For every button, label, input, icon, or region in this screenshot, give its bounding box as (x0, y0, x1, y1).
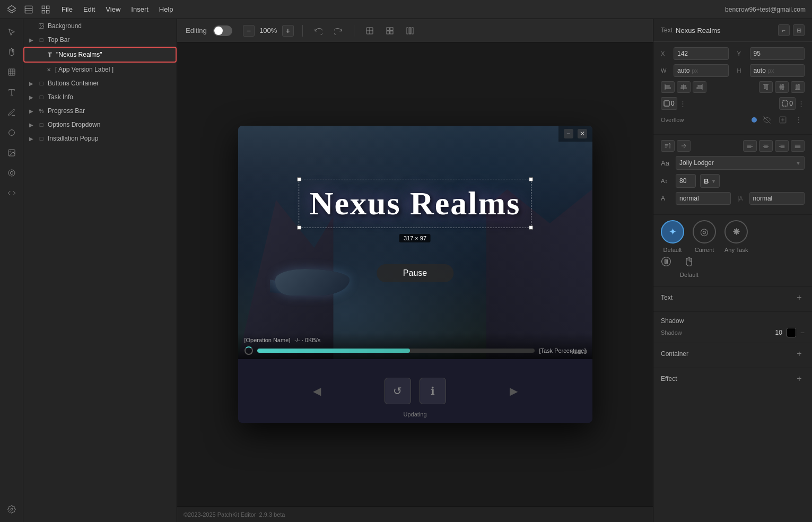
menu-help[interactable]: Help (159, 5, 173, 13)
align-center-h-btn[interactable] (677, 81, 691, 93)
close-button[interactable]: ✕ (578, 129, 587, 138)
y-input[interactable]: 95 (750, 47, 805, 60)
app-preview-window: − ✕ (238, 126, 592, 423)
zoom-in-button[interactable]: + (282, 25, 294, 37)
nav-refresh-button[interactable]: ↺ (385, 378, 411, 404)
font-size-input[interactable]: 80 (676, 174, 696, 188)
cursor-icons-row: Default (661, 256, 805, 278)
layout-multi-button[interactable] (403, 24, 417, 38)
shadow-color-swatch[interactable] (787, 328, 796, 337)
nav-info-button[interactable]: ℹ (420, 378, 446, 404)
state-current-item[interactable]: ◎ Current (693, 220, 716, 253)
resize-handle-tl[interactable] (297, 177, 301, 181)
effect-add-btn[interactable]: + (794, 373, 805, 384)
menu-insert[interactable]: Insert (131, 5, 149, 13)
frame-icon[interactable] (23, 4, 34, 15)
menu-file[interactable]: File (62, 5, 73, 13)
minimize-button[interactable]: − (564, 129, 573, 138)
spacing-dots[interactable]: ⋮ (679, 100, 686, 108)
align-bottom-btn[interactable] (791, 81, 805, 93)
overflow-scroll-btn[interactable] (777, 114, 789, 126)
align-center-v-btn[interactable] (775, 81, 789, 93)
layer-background[interactable]: Background (23, 19, 177, 33)
state-any-task-item[interactable]: ✸ Any Task (724, 220, 748, 253)
menu-view[interactable]: View (106, 5, 120, 13)
zoom-out-button[interactable]: − (243, 25, 255, 37)
text-add-btn[interactable]: + (794, 292, 805, 303)
layer-app-version[interactable]: ✕ [ App Version Label ] (23, 63, 177, 76)
state-any-task-icon: ✸ (732, 226, 740, 238)
cursor-hand-item[interactable]: Default (680, 256, 699, 278)
tool-component[interactable] (3, 164, 20, 181)
editing-toggle[interactable] (213, 25, 232, 36)
layout-grid-button[interactable] (383, 24, 397, 38)
text-align-right-btn[interactable] (775, 140, 789, 152)
tool-cursor[interactable] (3, 23, 20, 40)
nav-arrow-right[interactable]: ▶ (510, 385, 518, 397)
tool-frame[interactable] (3, 64, 20, 81)
text-align-justify-btn[interactable] (791, 140, 805, 152)
overflow-more-btn[interactable]: ⋮ (793, 114, 805, 126)
shadow-row: Shadow 10 − (661, 328, 805, 337)
align-left-btn[interactable] (661, 81, 675, 93)
text-h-btn[interactable] (677, 140, 691, 152)
tool-pen[interactable] (3, 104, 20, 121)
layer-nexus-realms[interactable]: T "Nexus Realms" (23, 47, 177, 63)
tool-text[interactable] (3, 84, 20, 101)
menu-edit[interactable]: Edit (83, 5, 95, 13)
text-align-left-btn[interactable] (743, 140, 757, 152)
chevron-buttons: ▶ (28, 80, 35, 87)
layers-icon[interactable] (6, 4, 17, 15)
grid-icon[interactable] (40, 4, 51, 15)
spacing-box-2[interactable]: 0 (779, 97, 796, 110)
footer-version: 2.9.3 beta (259, 511, 285, 518)
state-any-task-circle: ✸ (724, 220, 748, 243)
canvas-viewport[interactable]: − ✕ (177, 42, 653, 506)
prop-corner-btn-2[interactable]: ⊞ (793, 24, 805, 36)
resize-handle-bl[interactable] (297, 225, 301, 230)
resize-handle-br[interactable] (529, 225, 533, 230)
text-align-center-btn[interactable] (759, 140, 773, 152)
tool-code[interactable] (3, 185, 20, 202)
font-weight-selector[interactable]: B ▼ (700, 174, 720, 188)
redo-button[interactable] (331, 24, 345, 38)
shadow-value[interactable]: 10 (775, 329, 782, 336)
tool-image[interactable] (3, 144, 20, 161)
pause-button[interactable]: Pause (377, 264, 453, 282)
font-style-input[interactable]: normal (676, 192, 731, 205)
layer-top-bar[interactable]: ▶ □ Top Bar (23, 33, 177, 47)
state-default-item[interactable]: ✦ Default (661, 220, 684, 253)
spacing-box-1[interactable]: 0 (661, 97, 677, 110)
layer-buttons-container[interactable]: ▶ □ Buttons Container (23, 76, 177, 90)
layout-center-button[interactable] (363, 24, 377, 38)
progress-row: [Task Percentage] (245, 346, 586, 355)
nexus-text-container[interactable]: Nexus Realms 317 × 97 (299, 179, 532, 228)
main-layout: Background ▶ □ Top Bar T "Nexus Realms" … (0, 19, 812, 522)
prop-corner-btn-1[interactable]: ⌐ (778, 24, 790, 36)
tool-shapes[interactable] (3, 124, 20, 141)
tool-hand[interactable] (3, 44, 20, 60)
layer-task-info[interactable]: ▶ □ Task Info (23, 90, 177, 104)
overflow-hide-btn[interactable] (761, 114, 773, 126)
container-add-btn[interactable]: + (794, 349, 805, 359)
undo-button[interactable] (311, 24, 325, 38)
layer-options-dropdown[interactable]: ▶ □ Options Dropdown (23, 118, 177, 132)
layer-installation-popup[interactable]: ▶ □ Installation Popup (23, 132, 177, 145)
cursor-paint-item[interactable] (661, 256, 671, 278)
shadow-remove-btn[interactable]: − (800, 328, 805, 337)
nav-arrow-left[interactable]: ◀ (313, 385, 321, 397)
font-style-italic-input[interactable]: normal (749, 192, 805, 205)
tool-settings[interactable] (3, 501, 20, 518)
text-flow-btn[interactable] (661, 140, 675, 152)
font-name-selector[interactable]: Jolly Lodger ▼ (676, 156, 805, 170)
layer-progress-bar[interactable]: ▶ % Progress Bar (23, 104, 177, 118)
align-right-btn[interactable] (693, 81, 706, 93)
font-style-row: A normal |A normal (661, 192, 805, 205)
resize-handle-tr[interactable] (529, 177, 533, 181)
spacing-dots-2[interactable]: ⋮ (798, 100, 805, 108)
x-input[interactable]: 142 (674, 47, 729, 60)
text-section: Text + (653, 287, 812, 312)
w-input[interactable]: auto px (674, 64, 729, 77)
h-input[interactable]: auto px (750, 64, 805, 77)
align-top-btn[interactable] (759, 81, 773, 93)
